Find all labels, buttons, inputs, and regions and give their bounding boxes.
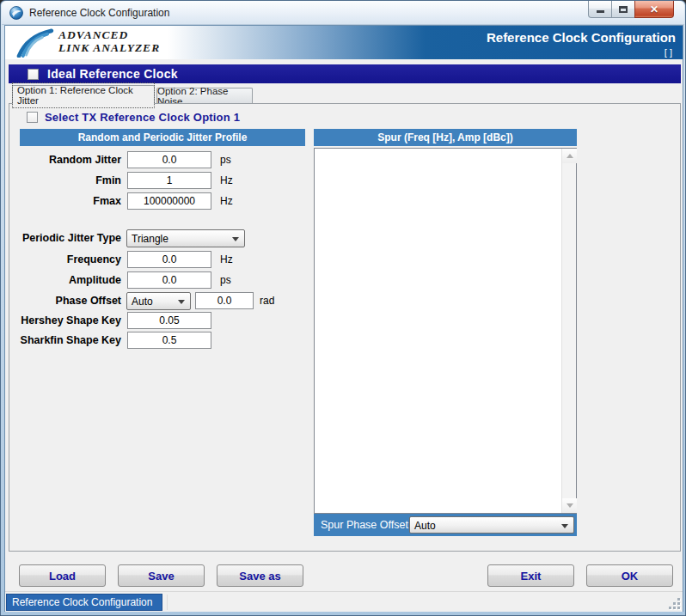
header-band: ADVANCED LINK ANALYZER Reference Clock C… (5, 26, 683, 59)
fmin-label: Fmin (13, 174, 121, 186)
dialog-client-area: ADVANCED LINK ANALYZER Reference Clock C… (4, 25, 683, 612)
spur-phase-offset-value: Auto (414, 520, 436, 532)
fmax-row: Fmax Hz (9, 192, 302, 210)
load-button[interactable]: Load (19, 564, 106, 587)
scroll-down-button[interactable] (562, 498, 577, 513)
fmax-unit: Hz (220, 195, 233, 207)
periodic-jitter-type-dropdown[interactable]: Triangle (126, 229, 245, 247)
logo-line2: LINK ANALYZER (58, 41, 160, 54)
amplitude-row: Amplitude ps (9, 271, 302, 290)
periodic-jitter-type-row: Periodic Jitter Type Triangle (9, 229, 302, 247)
chevron-down-icon (232, 237, 239, 241)
random-jitter-row: Random Jitter ps (9, 151, 302, 169)
hershey-shape-key-label: Hershey Shape Key (13, 314, 121, 326)
periodic-jitter-type-value: Triangle (132, 233, 168, 245)
phase-offset-input[interactable] (195, 292, 254, 309)
select-tx-checkbox[interactable] (27, 112, 38, 123)
logo-text: ADVANCED LINK ANALYZER (58, 28, 160, 54)
select-tx-label: Select TX Reference Clock Option 1 (45, 111, 240, 124)
ideal-reference-clock-bar: Ideal Reference Clock (9, 64, 681, 83)
random-jitter-label: Random Jitter (13, 154, 121, 166)
tab-option1-reference-clock-jitter[interactable]: Option 1: Reference Clock Jitter (12, 85, 155, 104)
save-as-button[interactable]: Save as (217, 564, 303, 587)
maximize-button[interactable] (611, 1, 635, 18)
hershey-shape-key-input[interactable] (127, 312, 211, 329)
fmin-unit: Hz (220, 174, 233, 186)
spur-panel-header: Spur (Freq [Hz], Amp [dBc]) (314, 129, 577, 146)
window-title: Reference Clock Configuration (29, 7, 169, 19)
hershey-shape-key-row: Hershey Shape Key (9, 312, 302, 330)
fmin-input[interactable] (127, 172, 211, 189)
logo-line1: ADVANCED (58, 28, 160, 41)
titlebar[interactable]: Reference Clock Configuration ✕ (2, 1, 684, 25)
arrow-up-icon (567, 154, 573, 158)
phase-offset-row: Phase Offset Auto rad (9, 292, 302, 310)
arrow-down-icon (567, 503, 573, 508)
phase-offset-unit: rad (260, 295, 274, 307)
spur-list[interactable] (314, 148, 577, 514)
sharkfin-shape-key-row: Sharkfin Shape Key (9, 332, 302, 350)
amplitude-input[interactable] (127, 271, 211, 289)
frequency-label: Frequency (13, 253, 121, 265)
tab-option1-label: Option 1: Reference Clock Jitter (13, 83, 154, 107)
tab-option2-phase-noise[interactable]: Option 2: Phase Noise (156, 88, 253, 103)
app-icon (9, 6, 23, 20)
tab-page-option1: Select TX Reference Clock Option 1 Rando… (9, 103, 681, 552)
spur-phase-offset-bar: Spur Phase Offset Auto (314, 514, 577, 536)
sharkfin-shape-key-label: Sharkfin Shape Key (13, 334, 121, 346)
fmax-label: Fmax (13, 195, 121, 207)
jitter-panel-header: Random and Periodic Jitter Profile (20, 129, 305, 146)
frequency-row: Frequency Hz (9, 251, 302, 269)
random-jitter-unit: ps (220, 154, 231, 166)
spur-phase-offset-label: Spur Phase Offset (321, 519, 408, 531)
random-jitter-input[interactable] (127, 151, 211, 168)
ideal-reference-clock-label: Ideal Reference Clock (47, 67, 178, 81)
fmin-row: Fmin Hz (9, 172, 302, 190)
ok-button[interactable]: OK (586, 564, 673, 587)
fmax-input[interactable] (127, 192, 211, 210)
maximize-icon (619, 6, 628, 13)
periodic-jitter-type-label: Periodic Jitter Type (13, 232, 121, 244)
status-bar: Reference Clock Configuration (5, 591, 683, 612)
close-button[interactable]: ✕ (634, 1, 674, 18)
chevron-down-icon (561, 524, 568, 528)
page-subtitle: [ ] (665, 47, 672, 58)
amplitude-unit: ps (220, 274, 231, 286)
frequency-unit: Hz (220, 253, 233, 265)
status-separator (167, 595, 168, 610)
close-icon: ✕ (650, 3, 658, 15)
page-title: Reference Clock Configuration (487, 30, 676, 45)
spur-list-scrollbar[interactable] (561, 149, 576, 513)
exit-button[interactable]: Exit (487, 564, 574, 587)
window-controls: ✕ (589, 1, 674, 18)
scroll-up-button[interactable] (562, 149, 577, 163)
phase-offset-mode-value: Auto (132, 296, 153, 308)
logo-icon (14, 28, 55, 58)
resize-grip-icon[interactable] (669, 598, 680, 609)
sharkfin-shape-key-input[interactable] (127, 332, 211, 349)
minimize-button[interactable] (588, 1, 612, 18)
chevron-down-icon (178, 300, 185, 304)
save-button[interactable]: Save (118, 564, 205, 587)
ideal-reference-clock-checkbox[interactable] (28, 69, 39, 80)
status-panel: Reference Clock Configuration (6, 594, 162, 611)
phase-offset-mode-dropdown[interactable]: Auto (126, 292, 191, 310)
window: Reference Clock Configuration ✕ ADVANCED… (0, 0, 686, 616)
minimize-icon (597, 10, 604, 13)
frequency-input[interactable] (127, 251, 211, 268)
select-tx-row: Select TX Reference Clock Option 1 (27, 111, 240, 124)
phase-offset-label: Phase Offset (13, 295, 121, 307)
spur-phase-offset-dropdown[interactable]: Auto (409, 516, 574, 534)
amplitude-label: Amplitude (13, 274, 121, 286)
